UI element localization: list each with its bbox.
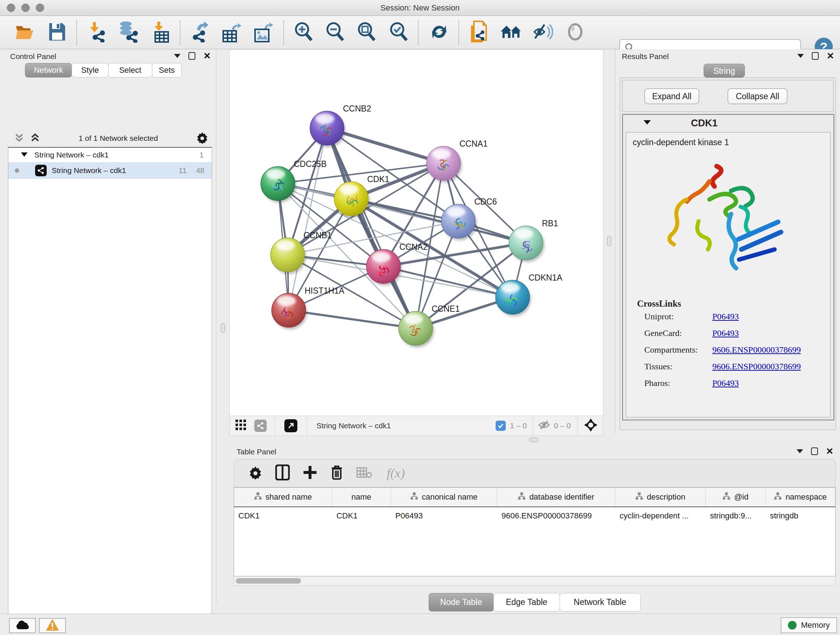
apply-layout-button[interactable] [428, 21, 451, 44]
save-session-button[interactable] [46, 21, 69, 44]
section-collapse-icon[interactable] [643, 119, 651, 127]
table-cell[interactable]: cyclin-dependent ... [615, 507, 706, 524]
network-row-selected[interactable]: String Network – cdk1 11 48 [8, 162, 212, 179]
warning-button[interactable] [39, 618, 66, 633]
node-table[interactable]: shared namenamecanonical namedatabase id… [234, 487, 836, 576]
crosslink-link[interactable]: P06493 [712, 378, 739, 388]
string-badge-icon[interactable] [254, 420, 267, 432]
column-header[interactable]: name [332, 488, 391, 507]
panel-float-icon[interactable] [188, 52, 195, 60]
node-CDK1[interactable]: CDK1 [334, 174, 389, 218]
column-header[interactable]: database identifier [497, 488, 615, 507]
string-home-button[interactable] [500, 21, 523, 44]
tab-sets[interactable]: Sets [152, 63, 182, 78]
expand-all-button[interactable]: Expand All [644, 88, 699, 104]
window-minimize-button[interactable] [21, 4, 30, 12]
edge-CCNB2-HIST1H1A[interactable] [289, 128, 327, 310]
network-from-file-button[interactable] [467, 21, 491, 44]
zoom-fit-button[interactable] [355, 21, 378, 44]
tab-string[interactable]: String [704, 64, 745, 78]
tree-expand-icon[interactable] [21, 150, 28, 159]
column-header[interactable]: description [615, 488, 706, 507]
zoom-out-button[interactable] [324, 21, 347, 44]
hidden-eye-icon[interactable] [538, 420, 550, 432]
column-header[interactable]: shared name [234, 488, 332, 507]
collapse-all-icon[interactable] [14, 132, 25, 144]
table-row[interactable]: CDK1CDK1P064939606.ENSP00000378699cyclin… [234, 507, 835, 524]
window-close-button[interactable] [7, 4, 15, 12]
cloud-button[interactable] [9, 618, 36, 633]
crosslink-link[interactable]: 9606.ENSP00000378699 [712, 345, 801, 355]
panel-menu-icon[interactable] [174, 54, 180, 58]
zoom-in-button[interactable] [292, 21, 316, 44]
show-glass-button[interactable] [564, 21, 587, 44]
table-cell[interactable]: P06493 [391, 507, 497, 524]
table-hscrollbar[interactable] [234, 576, 836, 586]
crosslink-link[interactable]: P06493 [712, 328, 739, 338]
export-network-button[interactable] [188, 21, 212, 44]
panel-close-icon[interactable]: ✕ [826, 448, 834, 455]
table-cell[interactable]: CDK1 [234, 507, 332, 524]
tab-edge-table[interactable]: Edge Table [493, 593, 560, 611]
export-image-button[interactable] [251, 21, 274, 44]
import-table-from-file-button[interactable] [150, 21, 173, 44]
delete-column-icon[interactable] [330, 464, 343, 482]
column-header[interactable]: namespace [766, 488, 836, 507]
table-hscrollbar-thumb[interactable] [236, 578, 301, 584]
export-table-button[interactable] [220, 21, 243, 44]
panel-menu-icon[interactable] [797, 449, 803, 453]
tab-style[interactable]: Style [72, 63, 109, 78]
detach-view-icon[interactable] [284, 419, 297, 432]
network-canvas[interactable]: CCNB2CCNA1CDC25BCDK1CDC6RB1CCNB1CCNA2CDK… [230, 50, 603, 416]
table-cell[interactable]: stringdb:9... [706, 507, 766, 524]
node-RB1[interactable]: RB1 [509, 219, 558, 262]
tab-node-table[interactable]: Node Table [429, 593, 494, 611]
table-cell[interactable]: stringdb [766, 507, 835, 524]
panel-float-icon[interactable] [811, 448, 818, 455]
bottom-splitter-handle[interactable] [529, 438, 539, 442]
crosshair-icon[interactable] [584, 418, 598, 434]
node-CCNA1[interactable]: CCNA1 [426, 139, 488, 182]
edge-CDK1-RB1[interactable] [351, 199, 526, 243]
panel-float-icon[interactable] [812, 52, 819, 60]
expand-all-icon[interactable] [30, 132, 41, 144]
node-HIST1H1A[interactable]: HIST1H1A [272, 286, 345, 329]
table-gear-icon[interactable] [248, 466, 262, 481]
open-session-button[interactable] [13, 21, 36, 44]
panel-menu-icon[interactable] [797, 54, 804, 58]
column-header[interactable]: @id [706, 488, 766, 507]
network-collection-row[interactable]: String Network – cdk1 1 [8, 148, 212, 162]
tab-network-table[interactable]: Network Table [560, 593, 641, 611]
crosslink-link[interactable]: 9606.ENSP00000378699 [712, 362, 801, 371]
protein-section: CDK1 cyclin-dependent kinase 1 [622, 114, 834, 420]
node-CDKN1A[interactable]: CDKN1A [496, 273, 562, 317]
node-CCNB2[interactable]: CCNB2 [310, 104, 371, 147]
protein-details: cyclin-dependent kinase 1 [626, 132, 831, 417]
memory-button[interactable]: Memory [781, 617, 837, 633]
window-zoom-button[interactable] [36, 4, 44, 12]
table-cell[interactable]: CDK1 [332, 507, 391, 524]
tab-network[interactable]: Network [25, 63, 72, 78]
gear-icon[interactable] [196, 131, 208, 145]
select-columns-icon[interactable] [275, 464, 290, 482]
left-splitter-handle[interactable] [221, 323, 225, 333]
node-CCNB1[interactable]: CCNB1 [271, 231, 332, 274]
panel-close-icon[interactable]: ✕ [827, 52, 834, 60]
tab-select[interactable]: Select [108, 63, 152, 78]
crosslink-link[interactable]: P06493 [712, 312, 739, 321]
panel-close-icon[interactable]: ✕ [203, 52, 211, 60]
import-network-from-file-button[interactable] [86, 21, 109, 44]
selected-checkbox-icon[interactable] [496, 421, 506, 431]
hide-glass-button[interactable] [531, 21, 554, 44]
collapse-all-button[interactable]: Collapse All [728, 88, 788, 104]
table-cell[interactable]: 9606.ENSP00000378699 [497, 507, 615, 524]
export-image-icon [252, 21, 273, 44]
column-header[interactable]: canonical name [391, 488, 497, 507]
right-splitter-handle[interactable] [607, 236, 611, 246]
edge-HIST1H1A-CCNE1[interactable] [289, 310, 416, 328]
birdseye-grid-icon[interactable] [235, 420, 246, 432]
import-network-from-database-button[interactable] [117, 21, 140, 44]
add-column-icon[interactable] [303, 465, 317, 481]
network-view[interactable]: CCNB2CCNA1CDC25BCDK1CDC6RB1CCNB1CCNA2CDK… [229, 49, 603, 436]
zoom-selected-button[interactable] [387, 21, 411, 44]
